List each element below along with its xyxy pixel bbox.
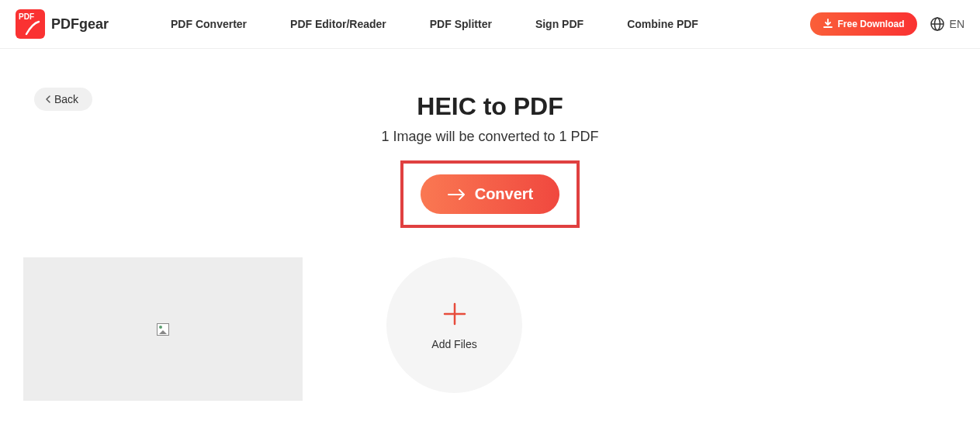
plus-icon xyxy=(442,301,468,327)
back-button[interactable]: Back xyxy=(34,88,92,111)
broken-image-icon xyxy=(157,323,169,336)
convert-label: Convert xyxy=(475,185,534,203)
download-icon xyxy=(822,19,833,29)
brand-name: PDFgear xyxy=(51,16,109,33)
header: PDF PDFgear PDF Converter PDF Editor/Rea… xyxy=(0,0,980,49)
add-files-label: Add Files xyxy=(431,338,476,350)
file-area: Add Files xyxy=(23,257,957,401)
download-label: Free Download xyxy=(838,19,905,29)
main-nav: PDF Converter PDF Editor/Reader PDF Spli… xyxy=(171,18,698,30)
header-right: Free Download EN xyxy=(810,12,964,36)
add-files-button[interactable]: Add Files xyxy=(386,257,522,393)
main-content: Back HEIC to PDF 1 Image will be convert… xyxy=(0,49,980,431)
convert-button[interactable]: Convert xyxy=(421,174,560,214)
logo[interactable]: PDF PDFgear xyxy=(16,9,109,39)
nav-pdf-splitter[interactable]: PDF Splitter xyxy=(430,18,492,30)
nav-pdf-editor[interactable]: PDF Editor/Reader xyxy=(290,18,386,30)
back-label: Back xyxy=(54,93,78,105)
chevron-left-icon xyxy=(45,95,51,104)
center-block: HEIC to PDF 1 Image will be converted to… xyxy=(23,92,957,228)
logo-swoosh-icon xyxy=(25,20,40,36)
free-download-button[interactable]: Free Download xyxy=(810,12,917,36)
language-label: EN xyxy=(950,18,964,30)
globe-icon xyxy=(930,16,945,32)
language-selector[interactable]: EN xyxy=(930,16,964,32)
file-thumbnail[interactable] xyxy=(23,257,303,401)
nav-pdf-converter[interactable]: PDF Converter xyxy=(171,18,247,30)
nav-sign-pdf[interactable]: Sign PDF xyxy=(535,18,583,30)
page-title: HEIC to PDF xyxy=(23,92,957,121)
logo-icon: PDF xyxy=(16,9,45,39)
arrow-right-icon xyxy=(447,188,467,201)
page-subtitle: 1 Image will be converted to 1 PDF xyxy=(23,129,957,145)
nav-combine-pdf[interactable]: Combine PDF xyxy=(627,18,698,30)
convert-highlight-box: Convert xyxy=(400,160,580,228)
